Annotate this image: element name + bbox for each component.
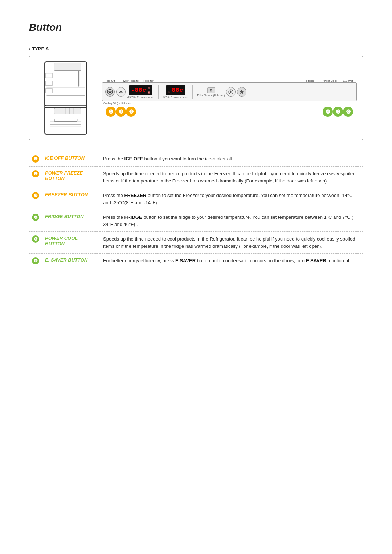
badge-sm-6: ❻ [32,257,39,264]
label-power-freeze: Power Freeze [119,79,140,82]
label-freezer: Freezer [141,79,156,82]
inner-panel: Ice Off Power Freeze Freezer Fridge Powe… [102,79,357,117]
power-cool-btn[interactable] [226,87,236,97]
btn-label-ice-off: ICE OFF BUTTON [42,152,100,167]
power-freeze-icon [118,89,123,94]
power-cool-icon [228,89,233,94]
btn-num-cell: ❻ [29,254,42,268]
panel-labels-row: Ice Off Power Freeze Freezer Fridge Powe… [102,79,357,82]
filter-icon: ⊡ [210,89,213,92]
right-display-icons: ⊞ ♨ [168,86,170,94]
table-row: ❺ POWER COOLBUTTON Speeds up the time ne… [29,232,363,254]
badge-6: ❻ [343,107,353,117]
title-divider [29,37,363,37]
btn-label-power-cool: POWER COOLBUTTON [42,232,100,254]
badge-row: ❶ ❷ ❸ ❹ ❺ ❻ [102,107,357,117]
svg-rect-11 [54,119,77,121]
fridge-illustration [33,60,98,136]
left-display-group: -88c ⊞ ▣ -19°C is Recommended [127,85,154,98]
svg-rect-0 [45,62,87,134]
table-row: ❸ FREEZER BUTTON Press the FREEZER butto… [29,188,363,210]
right-display: ⊞ ♨ 88c [166,85,185,95]
btn-label-esaver: E. SAVER BUTTON [42,254,100,268]
filter-display: ⊡ [207,87,215,93]
btn-desc-ice-off: Press the ICE OFF button if you want to … [100,152,363,167]
filter-group: ⊡ Filter Change (Hold sec) [197,87,225,97]
cooling-off-label: Cooling Off (Hold 3 sec) [103,102,131,104]
left-display-label: -19°C is Recommended [127,96,154,98]
btn-label-freezer: FREEZER BUTTON [42,188,100,210]
fridge-svg [37,60,95,136]
right-display-text: 88c [172,87,183,94]
table-row: ❻ E. SAVER BUTTON For better energy effi… [29,254,363,268]
right-display-group: ⊞ ♨ 88c 3°C is Recommended [163,85,188,98]
btn-num-cell: ❸ [29,188,42,210]
right-display-label: 3°C is Recommended [163,96,188,98]
left-display-icons: ⊞ ▣ [148,86,150,94]
table-row: ❹ FRIDGE BUTTON Press the FRIDGE button … [29,210,363,232]
badge-sm-3: ❸ [32,192,39,199]
table-row: ❷ POWER FREEZEBUTTON Speeds up the time … [29,167,363,188]
btn-num-cell: ❺ [29,232,42,254]
ice-off-icon [107,89,113,95]
control-panel: Ice Off Power Freeze Freezer Fridge Powe… [98,60,357,136]
sub-labels-row: Cooling Off (Hold 3 sec) [102,102,357,104]
btn-desc-power-freeze: Speeds up the time needed to freeze prod… [100,167,363,188]
esaver-btn[interactable] [237,87,246,97]
badge-5: ❺ [333,107,343,117]
filter-label: Filter Change (Hold sec) [197,94,225,97]
svg-rect-8 [45,81,52,86]
esaver-icon [239,89,244,94]
btn-label-power-freeze: POWER FREEZEBUTTON [42,167,100,188]
label-fridge: Fridge [303,79,318,82]
btn-desc-fridge: Press the FRIDGE button to set the fridg… [100,210,363,232]
left-display: -88c ⊞ ▣ [129,85,152,95]
badge-sm-2: ❷ [32,170,39,177]
type-label: • TYPE A [29,46,363,52]
page-title: Button [29,22,363,33]
btn-num-cell: ❷ [29,167,42,188]
power-freeze-btn[interactable] [116,87,126,97]
svg-rect-7 [45,73,52,78]
badge-4: ❹ [323,107,333,117]
btn-desc-esaver: For better energy efficiency, press E.SA… [100,254,363,268]
btn-desc-power-cool: Speeds up the time needed to cool produc… [100,232,363,254]
badge-1: ❶ [106,107,116,117]
svg-rect-17 [54,108,81,114]
label-esaver: E.Saver [341,79,355,82]
panel-divider [158,85,159,99]
buttons-table: ❶ ICE OFF BUTTON Press the ICE OFF butto… [29,152,363,268]
btn-label-fridge: FRIDGE BUTTON [42,210,100,232]
label-ice-off: Ice Off [103,79,118,82]
panel-divider2 [192,85,193,99]
svg-rect-9 [45,89,52,93]
btn-num-cell: ❶ [29,152,42,167]
btn-desc-freezer: Press the FREEZER button to set the Free… [100,188,363,210]
btn-num-cell: ❹ [29,210,42,232]
badge-sm-1: ❶ [32,155,39,163]
badge-sm-4: ❹ [32,214,39,221]
badge-3: ❸ [126,107,136,117]
label-power-cool: Power Cool [318,79,340,82]
diagram-container: Ice Off Power Freeze Freezer Fridge Powe… [29,56,363,140]
left-display-text: -88c [131,87,146,94]
badge-sm-5: ❺ [32,235,39,243]
table-row: ❶ ICE OFF BUTTON Press the ICE OFF butto… [29,152,363,167]
ice-off-btn[interactable] [105,87,115,97]
svg-rect-10 [54,63,81,70]
panel-body: -88c ⊞ ▣ -19°C is Recommended ⊞ ♨ [102,82,357,101]
badge-2: ❷ [116,107,126,117]
